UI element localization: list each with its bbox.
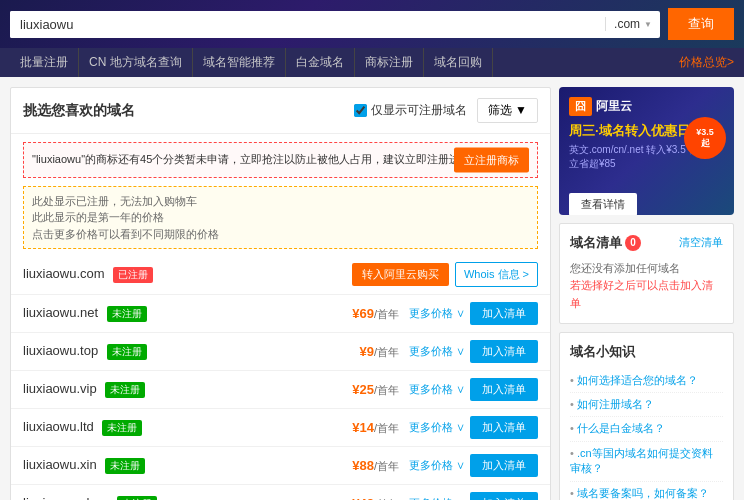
table-row: liuxiaowu.xin 未注册 ¥88/首年 更多价格 ∨ 加入清单 xyxy=(11,447,550,485)
domain-name: liuxiaowu.com 已注册 xyxy=(23,266,163,283)
more-price-link[interactable]: 更多价格 ∨ xyxy=(409,344,465,359)
header: .com 查询 xyxy=(0,0,744,48)
cart-clear-button[interactable]: 清空清单 xyxy=(679,235,723,250)
table-row: liuxiaowu.top 未注册 ¥9/首年 更多价格 ∨ 加入清单 xyxy=(11,333,550,371)
checkbox-text: 仅显示可注册域名 xyxy=(371,102,467,119)
nav-buyback[interactable]: 域名回购 xyxy=(424,48,493,77)
domain-status-tag: 已注册 xyxy=(113,267,153,283)
domain-results-panel: 挑选您喜欢的域名 仅显示可注册域名 筛选 ▼ "liuxiaowu"的商标还有4… xyxy=(10,87,551,500)
domain-suffix-selector[interactable]: .com xyxy=(605,17,660,31)
domain-status-tag: 未注册 xyxy=(107,344,147,360)
domain-list: "liuxiaowu"的商标还有45个分类暂未申请，立即抢注以防止被他人占用，建… xyxy=(11,134,550,500)
cart-panel: 域名清单 0 清空清单 您还没有添加任何域名 若选择好之后可以点击加入清单 xyxy=(559,223,734,324)
note-text-2: 此此显示的是第一年的价格 xyxy=(32,209,529,226)
ad-logo-icon: 囧 xyxy=(569,97,592,116)
knowledge-panel: 域名小知识 如何选择适合您的域名？ 如何注册域名？ 什么是白金域名？ .cn等国… xyxy=(559,332,734,500)
registered-filter-label[interactable]: 仅显示可注册域名 xyxy=(354,102,467,119)
whois-button[interactable]: Whois 信息 > xyxy=(455,262,538,287)
register-trademark-button[interactable]: 立注册商标 xyxy=(454,147,529,172)
results-header: 挑选您喜欢的域名 仅显示可注册域名 筛选 ▼ xyxy=(11,88,550,134)
note-text-3: 点击更多价格可以看到不同期限的价格 xyxy=(32,226,529,243)
nav-smart-recommend[interactable]: 域名智能推荐 xyxy=(193,48,286,77)
cart-title: 域名清单 0 xyxy=(570,234,641,252)
domain-price: ¥42/首年 xyxy=(163,496,404,500)
cart-empty-text: 您还没有添加任何域名 xyxy=(570,260,723,278)
domain-price: ¥25/首年 xyxy=(163,382,404,398)
domain-price: ¥88/首年 xyxy=(163,458,404,474)
knowledge-title: 域名小知识 xyxy=(570,343,723,361)
domain-name: liuxiaowu.shop 未注册 xyxy=(23,495,163,500)
domain-status-tag: 未注册 xyxy=(105,458,145,474)
price-overview-link[interactable]: 价格总览> xyxy=(679,48,734,77)
nav-trademark[interactable]: 商标注册 xyxy=(355,48,424,77)
domain-status-tag: 未注册 xyxy=(117,496,157,500)
domain-name: liuxiaowu.net 未注册 xyxy=(23,305,163,322)
knowledge-item[interactable]: 域名要备案吗，如何备案？ xyxy=(570,482,723,500)
knowledge-item[interactable]: 如何注册域名？ xyxy=(570,393,723,417)
ad-logo-text: 阿里云 xyxy=(596,98,632,115)
domain-name: liuxiaowu.top 未注册 xyxy=(23,343,163,360)
domain-name: liuxiaowu.xin 未注册 xyxy=(23,457,163,474)
domain-price: ¥14/首年 xyxy=(163,420,404,436)
more-price-link[interactable]: 更多价格 ∨ xyxy=(409,306,465,321)
table-row: liuxiaowu.net 未注册 ¥69/首年 更多价格 ∨ 加入清单 xyxy=(11,295,550,333)
knowledge-item[interactable]: 什么是白金域名？ xyxy=(570,417,723,441)
add-to-list-button[interactable]: 加入清单 xyxy=(470,454,538,477)
knowledge-item[interactable]: 如何选择适合您的域名？ xyxy=(570,369,723,393)
domain-price: ¥69/首年 xyxy=(163,306,404,322)
note-box: 此处显示已注册，无法加入购物车 此此显示的是第一年的价格 点击更多价格可以看到不… xyxy=(23,186,538,250)
domain-name: liuxiaowu.ltd 未注册 xyxy=(23,419,163,436)
table-row: liuxiaowu.com 已注册 转入阿里云购买 Whois 信息 > xyxy=(11,255,550,295)
header-controls: 仅显示可注册域名 筛选 ▼ xyxy=(354,98,538,123)
add-to-list-button[interactable]: 加入清单 xyxy=(470,378,538,401)
cloud-buy-button[interactable]: 转入阿里云购买 xyxy=(352,263,449,286)
main-content: 挑选您喜欢的域名 仅显示可注册域名 筛选 ▼ "liuxiaowu"的商标还有4… xyxy=(0,77,744,500)
domain-name: liuxiaowu.vip 未注册 xyxy=(23,381,163,398)
search-button[interactable]: 查询 xyxy=(668,8,734,40)
more-price-link[interactable]: 更多价格 ∨ xyxy=(409,382,465,397)
table-row: liuxiaowu.vip 未注册 ¥25/首年 更多价格 ∨ 加入清单 xyxy=(11,371,550,409)
cart-header: 域名清单 0 清空清单 xyxy=(570,234,723,252)
add-to-list-button[interactable]: 加入清单 xyxy=(470,416,538,439)
add-to-list-button[interactable]: 加入清单 xyxy=(470,340,538,363)
domain-status-tag: 未注册 xyxy=(102,420,142,436)
nav-cn-domain[interactable]: CN 地方域名查询 xyxy=(79,48,193,77)
add-to-list-button[interactable]: 加入清单 xyxy=(470,302,538,325)
search-input[interactable] xyxy=(10,11,605,38)
domain-status-tag: 未注册 xyxy=(107,306,147,322)
nav-bulk-register[interactable]: 批量注册 xyxy=(10,48,79,77)
right-panel: 囧 阿里云 周三·域名转入优惠日 英文.com/cn/.net 转入¥3.5，每… xyxy=(559,87,734,500)
more-price-link[interactable]: 更多价格 ∨ xyxy=(409,458,465,473)
add-to-list-button[interactable]: 加入清单 xyxy=(470,492,538,500)
nav-bar: 批量注册 CN 地方域名查询 域名智能推荐 白金域名 商标注册 域名回购 价格总… xyxy=(0,48,744,77)
ad-price-badge: ¥3.5 起 xyxy=(684,117,726,159)
cart-count-badge: 0 xyxy=(625,235,641,251)
ad-banner: 囧 阿里云 周三·域名转入优惠日 英文.com/cn/.net 转入¥3.5，每… xyxy=(559,87,734,215)
table-row: liuxiaowu.shop 未注册 ¥42/首年 更多价格 ∨ 加入清单 xyxy=(11,485,550,500)
ad-logo: 囧 阿里云 xyxy=(569,97,724,116)
more-price-link[interactable]: 更多价格 ∨ xyxy=(409,496,465,500)
more-price-link[interactable]: 更多价格 ∨ xyxy=(409,420,465,435)
table-row: liuxiaowu.ltd 未注册 ¥14/首年 更多价格 ∨ 加入清单 xyxy=(11,409,550,447)
domain-status-tag: 未注册 xyxy=(105,382,145,398)
note-text-1: 此处显示已注册，无法加入购物车 xyxy=(32,193,529,210)
domain-price: ¥9/首年 xyxy=(163,344,404,360)
ad-view-button[interactable]: 查看详情 xyxy=(569,193,637,215)
annotation-box: "liuxiaowu"的商标还有45个分类暂未申请，立即抢注以防止被他人占用，建… xyxy=(23,142,538,178)
cart-hint-text: 若选择好之后可以点击加入清单 xyxy=(570,277,723,312)
results-title: 挑选您喜欢的域名 xyxy=(23,102,135,120)
filter-button[interactable]: 筛选 ▼ xyxy=(477,98,538,123)
search-box: .com xyxy=(10,11,660,38)
nav-platinum[interactable]: 白金域名 xyxy=(286,48,355,77)
registered-filter-checkbox[interactable] xyxy=(354,104,367,117)
knowledge-item[interactable]: .cn等国内域名如何提交资料审核？ xyxy=(570,442,723,482)
